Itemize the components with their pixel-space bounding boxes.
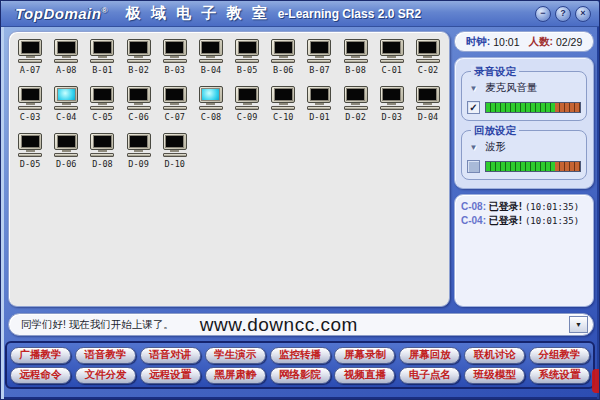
computer-item[interactable]: D-09 (121, 133, 157, 176)
keyboard-icon (54, 153, 78, 157)
computer-icon (416, 86, 440, 110)
keyboard-icon (380, 59, 404, 63)
computer-item[interactable]: C-07 (157, 86, 193, 129)
broadcast-message-combobox[interactable]: 同学们好! 现在我们开始上课了。 www.downcc.com ▼ (8, 313, 594, 336)
computer-item[interactable]: A-07 (12, 39, 48, 82)
keyboard-icon (271, 59, 295, 63)
toolbar-button[interactable]: 屏幕回放 (399, 347, 460, 364)
computer-item[interactable]: D-06 (48, 133, 84, 176)
computer-icon (127, 86, 151, 110)
computer-item[interactable]: B-05 (229, 39, 265, 82)
computer-item[interactable]: B-03 (157, 39, 193, 82)
monitor-icon (163, 39, 187, 56)
computer-label: D-10 (165, 159, 185, 169)
computer-icon (380, 39, 404, 63)
computer-label: B-05 (237, 65, 257, 75)
computer-item[interactable]: C-09 (229, 86, 265, 129)
computer-icon (90, 86, 114, 110)
monitor-screen (274, 41, 293, 54)
computer-item[interactable]: C-06 (121, 86, 157, 129)
app-window: TopDomain® 极 域 电 子 教 室 e-Learning Class … (0, 0, 600, 400)
computer-item[interactable]: B-06 (265, 39, 301, 82)
toolbar-button[interactable]: 语音对讲 (140, 347, 201, 364)
message-dropdown-button[interactable]: ▼ (569, 316, 588, 333)
monitor-screen (418, 41, 437, 54)
monitor-icon (235, 39, 259, 56)
computer-icon (54, 86, 78, 110)
mic-volume-meter (485, 102, 581, 113)
mic-dropdown-icon[interactable]: ▼ (467, 83, 480, 94)
toolbar-button[interactable]: 监控转播 (270, 347, 331, 364)
monitor-icon (18, 86, 42, 103)
minimize-button[interactable]: − (535, 6, 551, 22)
computer-item[interactable]: C-10 (265, 86, 301, 129)
toolbar-button[interactable]: 远程设置 (140, 367, 201, 384)
monitor-stand (351, 56, 360, 58)
computer-icon (199, 39, 223, 63)
monitor-icon (90, 86, 114, 103)
monitor-screen (238, 41, 257, 54)
toolbar-button[interactable]: 学生演示 (205, 347, 266, 364)
computer-item[interactable]: B-08 (338, 39, 374, 82)
computer-item[interactable]: C-02 (410, 39, 446, 82)
computer-item[interactable]: D-01 (301, 86, 337, 129)
computer-item[interactable]: D-04 (410, 86, 446, 129)
computer-label: B-01 (92, 65, 112, 75)
toolbar-button[interactable]: 联机讨论 (464, 347, 525, 364)
keyboard-icon (90, 59, 114, 63)
waveform-dropdown-icon[interactable]: ▼ (467, 142, 480, 153)
toolbar-button[interactable]: 系统设置 (529, 367, 590, 384)
help-button[interactable]: ? (555, 6, 571, 22)
toolbar-button[interactable]: 语音教学 (75, 347, 136, 364)
function-toolbar: 广播教学 语音教学 语音对讲 学生演示 监控转播 屏幕录制 屏幕回放 联机讨论 … (5, 341, 595, 389)
meter-orange-segment (555, 103, 580, 112)
monitor-stand (98, 103, 107, 105)
monitor-screen (382, 88, 401, 101)
monitor-screen (165, 41, 184, 54)
computer-item[interactable]: D-02 (338, 86, 374, 129)
computer-item[interactable]: C-08 (193, 86, 229, 129)
toolbar-button[interactable]: 文件分发 (75, 367, 136, 384)
monitor-stand (26, 103, 35, 105)
log-timestamp: (10:01:35) (525, 202, 579, 212)
computer-item[interactable]: D-08 (84, 133, 120, 176)
toolbar-button[interactable]: 远程命令 (10, 367, 71, 384)
close-button[interactable]: × (575, 6, 591, 22)
computer-icon (54, 39, 78, 63)
monitor-screen (346, 41, 365, 54)
computer-item[interactable]: C-01 (374, 39, 410, 82)
toolbar-button[interactable]: 黑屏肃静 (205, 367, 266, 384)
computer-item[interactable]: D-03 (374, 86, 410, 129)
broadcast-message-text[interactable]: 同学们好! 现在我们开始上课了。 (21, 318, 174, 332)
toolbar-button[interactable]: 分组教学 (529, 347, 590, 364)
monitor-screen (310, 41, 329, 54)
monitor-screen (21, 41, 40, 54)
waveform-checkbox[interactable] (467, 160, 480, 173)
toolbar-button[interactable]: 电子点名 (399, 367, 460, 384)
keyboard-icon (416, 106, 440, 110)
computer-item[interactable]: B-01 (84, 39, 120, 82)
computer-item[interactable]: C-03 (12, 86, 48, 129)
mic-volume-checkbox[interactable] (467, 101, 480, 114)
monitor-screen (382, 41, 401, 54)
computer-item[interactable]: B-02 (121, 39, 157, 82)
computer-label: D-09 (128, 159, 148, 169)
toolbar-button[interactable]: 屏幕录制 (334, 347, 395, 364)
computer-item[interactable]: D-10 (157, 133, 193, 176)
monitor-stand (315, 56, 324, 58)
title-bar: TopDomain® 极 域 电 子 教 室 e-Learning Class … (1, 1, 599, 27)
computer-item[interactable]: B-07 (301, 39, 337, 82)
log-message: 已登录! (489, 201, 522, 212)
app-title-chinese: 极 域 电 子 教 室 (126, 4, 270, 23)
toolbar-button[interactable]: 班级模型 (464, 367, 525, 384)
computer-item[interactable]: D-05 (12, 133, 48, 176)
toolbar-button[interactable]: 视频直播 (334, 367, 395, 384)
toolbar-button[interactable]: 网络影院 (270, 367, 331, 384)
computer-item[interactable]: C-04 (48, 86, 84, 129)
right-sidebar: 时钟: 10:01 人数: 02/29 录音设定 ▼ 麦克风音量 (454, 31, 594, 307)
computer-item[interactable]: B-04 (193, 39, 229, 82)
computer-item[interactable]: C-05 (84, 86, 120, 129)
computer-item[interactable]: A-08 (48, 39, 84, 82)
monitor-screen (238, 88, 257, 101)
toolbar-button[interactable]: 广播教学 (10, 347, 71, 364)
